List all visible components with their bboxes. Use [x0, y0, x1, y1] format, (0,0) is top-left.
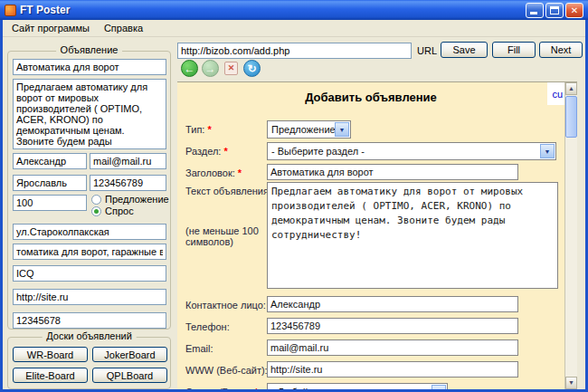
ad-description-textarea[interactable]: Предлагаем автоматику для ворот от миров… — [13, 79, 166, 149]
headline-input[interactable] — [267, 164, 518, 180]
price-input[interactable] — [13, 195, 87, 211]
board-elite-button[interactable]: Elite-Board — [13, 368, 88, 383]
phone-label: Телефон: — [185, 321, 230, 332]
section-select[interactable]: - Выберите раздел - ▼ — [267, 142, 556, 160]
website-input[interactable] — [13, 289, 166, 305]
contact-label: Контактное лицо: — [185, 300, 266, 311]
radio-offer[interactable]: Предложение — [91, 194, 169, 205]
minimize-icon — [530, 12, 537, 14]
www-label: WWW (Веб-сайт): — [185, 365, 268, 376]
required-mark: * — [238, 167, 242, 178]
window-border-left — [0, 20, 3, 392]
page-title: Добавить объявление — [177, 91, 564, 104]
radio-demand[interactable]: Спрос — [91, 206, 134, 216]
radio-demand-label: Спрос — [105, 206, 134, 216]
type-label: Тип:* — [185, 124, 212, 135]
title-bar: FT Poster ✕ — [0, 0, 588, 20]
boards-group-title: Доски объявлений — [42, 330, 137, 341]
address-input[interactable] — [13, 224, 166, 240]
forward-icon: → — [205, 62, 216, 75]
maximize-icon — [550, 6, 559, 14]
type-select-value: Предложение — [271, 124, 336, 135]
save-button[interactable]: Save — [441, 42, 488, 58]
adtext-label: Текст объявления:* — [185, 186, 278, 196]
app-icon — [5, 5, 16, 16]
region-select[interactable]: - Любой регион - ▼ — [267, 383, 448, 389]
adtext-note: (не меньше 100 символов) — [185, 225, 265, 247]
radio-offer-label: Предложение — [105, 194, 169, 205]
window-title: FT Poster — [20, 4, 70, 16]
phone-input[interactable] — [90, 175, 166, 191]
adtext-textarea[interactable]: Предлагаем автоматику для ворот от миров… — [267, 182, 558, 289]
type-select[interactable]: Предложение ▼ — [267, 120, 351, 139]
board-qpl-button[interactable]: QPLBoard — [92, 368, 167, 383]
www-page-input[interactable] — [267, 361, 518, 378]
section-label: Раздел:* — [185, 146, 228, 157]
board-wr-button[interactable]: WR-Board — [13, 347, 88, 362]
ad-title-input[interactable] — [13, 59, 166, 75]
back-button[interactable]: ← — [181, 60, 198, 77]
app-window: FT Poster ✕ Сайт программы Справка Объяв… — [0, 0, 588, 392]
url-input[interactable] — [177, 43, 412, 59]
chevron-down-icon: ▼ — [335, 122, 349, 137]
email-label: Email: — [185, 343, 213, 354]
stop-button[interactable]: ✕ — [224, 62, 238, 75]
boards-groupbox: Доски объявлений WR-Board JokerBoard Eli… — [7, 337, 171, 389]
email-input[interactable] — [90, 153, 166, 169]
maximize-button[interactable] — [545, 3, 564, 18]
contact-name-input[interactable] — [13, 153, 87, 169]
section-select-value: - Выберите раздел - — [271, 146, 365, 157]
forward-button[interactable]: → — [202, 60, 219, 77]
scrollbar-thumb[interactable] — [565, 96, 577, 138]
ad-groupbox: Объявление Предлагаем автоматику для вор… — [7, 51, 171, 330]
icq-input[interactable] — [13, 265, 166, 282]
ad-group-title: Объявление — [56, 44, 123, 55]
radio-offer-circle — [91, 195, 101, 205]
stop-icon: ✕ — [228, 63, 235, 72]
contact-page-input[interactable] — [267, 296, 518, 312]
next-button[interactable]: Next — [539, 42, 583, 58]
keywords-input[interactable] — [13, 244, 166, 260]
refresh-button[interactable]: ↻ — [243, 60, 261, 77]
scroll-up-icon[interactable]: ▲ — [565, 82, 577, 95]
close-icon: ✕ — [571, 5, 578, 15]
page-scrollbar[interactable]: ▲ ▼ — [564, 82, 577, 389]
url-label: URL — [417, 45, 437, 56]
email-page-input[interactable] — [267, 339, 518, 356]
back-icon: ← — [185, 62, 195, 75]
fill-button[interactable]: Fill — [492, 42, 536, 58]
refresh-icon: ↻ — [247, 62, 256, 75]
menu-help[interactable]: Справка — [97, 21, 150, 35]
close-button[interactable]: ✕ — [565, 3, 583, 18]
browser-pane: cu Добавить объявление Тип:* Предложение… — [177, 81, 577, 389]
menu-site[interactable]: Сайт программы — [5, 21, 97, 35]
menu-bar: Сайт программы Справка — [3, 20, 585, 37]
phone-page-input[interactable] — [267, 318, 518, 334]
city-input[interactable] — [13, 175, 87, 191]
radio-demand-circle — [91, 206, 101, 216]
required-mark: * — [223, 146, 227, 157]
board-joker-button[interactable]: JokerBoard — [92, 347, 167, 362]
headline-label: Заголовок:* — [185, 167, 242, 178]
minimize-button[interactable] — [526, 3, 544, 18]
icq-number-input[interactable] — [13, 312, 166, 329]
chevron-down-icon: ▼ — [540, 144, 555, 158]
required-mark: * — [207, 124, 211, 135]
scroll-down-icon[interactable]: ▼ — [565, 377, 577, 389]
